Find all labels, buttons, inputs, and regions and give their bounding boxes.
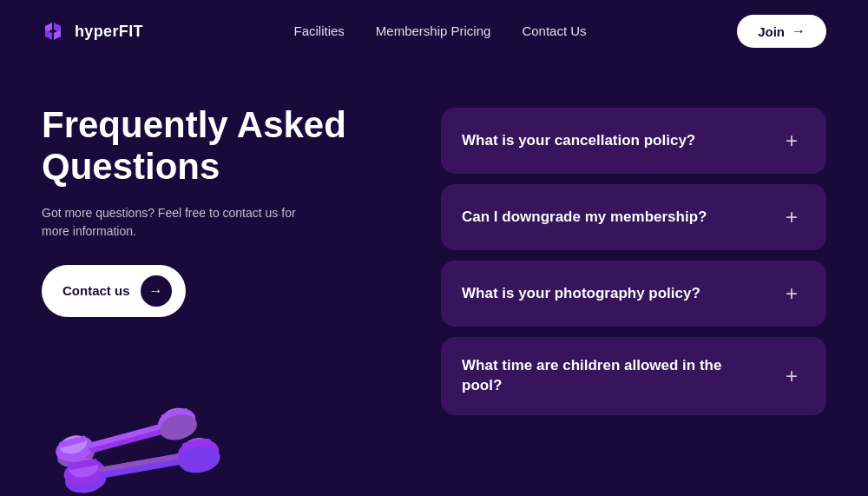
faq-plus-2: +	[778, 280, 806, 308]
logo-icon	[42, 19, 66, 43]
faq-question-3: What time are children allowed in the po…	[462, 356, 757, 396]
nav-item-contact[interactable]: Contact Us	[522, 23, 586, 39]
faq-item-0[interactable]: What is your cancellation policy? +	[441, 108, 826, 174]
main-content: Frequently Asked Questions Got more ques…	[0, 63, 868, 496]
faq-question-0: What is your cancellation policy?	[462, 131, 695, 151]
nav-link-facilities[interactable]: Facilities	[293, 23, 344, 38]
contact-btn-arrow-icon: →	[141, 275, 172, 307]
dumbbells-illustration	[24, 331, 302, 496]
logo-text: hyperFIT	[75, 23, 143, 41]
left-panel: Frequently Asked Questions Got more ques…	[42, 104, 406, 496]
faq-item-2[interactable]: What is your photography policy? +	[441, 261, 826, 327]
contact-us-button[interactable]: Contact us →	[42, 265, 186, 317]
faq-plus-0: +	[778, 127, 806, 155]
dumbbells-svg	[24, 331, 302, 496]
join-button[interactable]: Join →	[737, 15, 826, 48]
faq-subtitle: Got more questions? Feel free to contact…	[42, 204, 319, 241]
faq-item-1[interactable]: Can I downgrade my membership? +	[441, 184, 826, 250]
nav-link-contact[interactable]: Contact Us	[522, 23, 586, 38]
nav-link-membership[interactable]: Membership Pricing	[376, 23, 491, 38]
faq-item-3[interactable]: What time are children allowed in the po…	[441, 337, 826, 415]
nav-links: Facilities Membership Pricing Contact Us	[293, 23, 586, 39]
faq-question-2: What is your photography policy?	[462, 284, 700, 304]
navbar: hyperFIT Facilities Membership Pricing C…	[0, 0, 868, 63]
faq-title: Frequently Asked Questions	[42, 104, 406, 188]
faq-plus-1: +	[778, 203, 806, 231]
join-label: Join	[758, 24, 785, 39]
right-panel: What is your cancellation policy? + Can …	[441, 104, 826, 496]
join-arrow-icon: →	[792, 23, 806, 39]
nav-item-membership[interactable]: Membership Pricing	[376, 23, 491, 39]
logo: hyperFIT	[42, 19, 143, 43]
faq-question-1: Can I downgrade my membership?	[462, 208, 707, 228]
contact-btn-label: Contact us	[62, 283, 130, 298]
nav-item-facilities[interactable]: Facilities	[293, 23, 344, 39]
faq-plus-3: +	[778, 362, 806, 390]
